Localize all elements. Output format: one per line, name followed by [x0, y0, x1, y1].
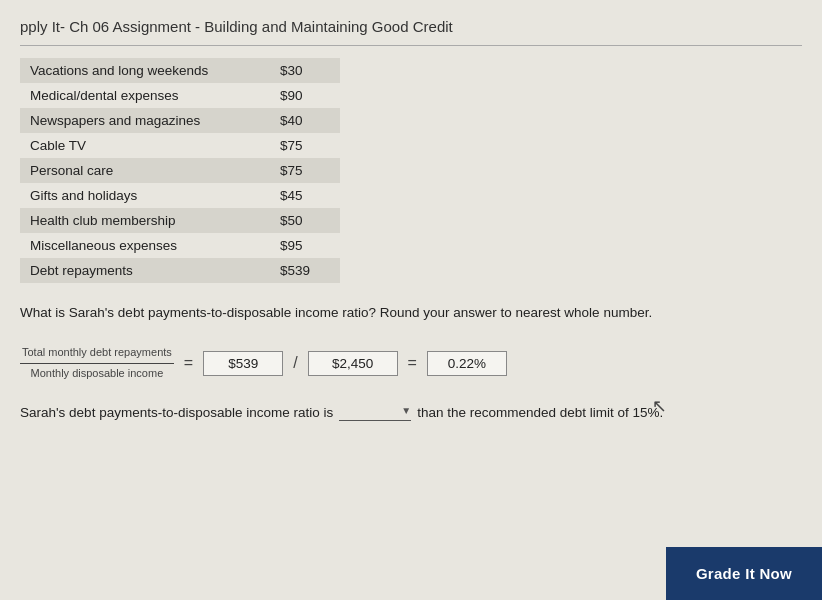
- page-container: pply It- Ch 06 Assignment - Building and…: [0, 0, 822, 600]
- equals-sign: =: [182, 354, 195, 372]
- expense-label: Newspapers and magazines: [20, 108, 260, 133]
- chevron-down-icon: ▼: [401, 405, 411, 416]
- expense-amount: $40: [260, 108, 340, 133]
- table-row: Health club membership$50: [20, 208, 340, 233]
- disposable-income-input[interactable]: [308, 351, 398, 376]
- expense-amount: $45: [260, 183, 340, 208]
- debt-repayments-input[interactable]: [203, 351, 283, 376]
- denominator-label: Monthly disposable income: [29, 364, 166, 381]
- expense-label: Debt repayments: [20, 258, 260, 283]
- comparison-dropdown[interactable]: ▼: [339, 403, 411, 421]
- expense-amount: $50: [260, 208, 340, 233]
- completion-section: Sarah's debt payments-to-disposable inco…: [20, 403, 802, 421]
- table-row: Medical/dental expenses$90: [20, 83, 340, 108]
- expense-label: Miscellaneous expenses: [20, 233, 260, 258]
- grade-it-now-button[interactable]: Grade It Now: [666, 547, 822, 600]
- slash-sign: /: [291, 354, 299, 372]
- expense-label: Health club membership: [20, 208, 260, 233]
- table-row: Cable TV$75: [20, 133, 340, 158]
- formula-section: Total monthly debt repayments Monthly di…: [20, 345, 802, 381]
- page-title: pply It- Ch 06 Assignment - Building and…: [20, 10, 802, 46]
- expense-amount: $90: [260, 83, 340, 108]
- equals-sign-2: =: [406, 354, 419, 372]
- ratio-result-input[interactable]: [427, 351, 507, 376]
- numerator-label: Total monthly debt repayments: [20, 345, 174, 363]
- expense-amount: $75: [260, 133, 340, 158]
- table-row: Newspapers and magazines$40: [20, 108, 340, 133]
- table-row: Debt repayments$539: [20, 258, 340, 283]
- completion-suffix: than the recommended debt limit of 15%.: [417, 405, 663, 420]
- expense-amount: $95: [260, 233, 340, 258]
- expense-table: Vacations and long weekends$30Medical/de…: [20, 58, 340, 283]
- expense-amount: $30: [260, 58, 340, 83]
- expense-label: Vacations and long weekends: [20, 58, 260, 83]
- table-row: Vacations and long weekends$30: [20, 58, 340, 83]
- table-row: Gifts and holidays$45: [20, 183, 340, 208]
- cursor-icon: ↗: [652, 395, 667, 417]
- expense-amount: $75: [260, 158, 340, 183]
- table-row: Personal care$75: [20, 158, 340, 183]
- expense-label: Medical/dental expenses: [20, 83, 260, 108]
- expense-label: Personal care: [20, 158, 260, 183]
- expense-label: Cable TV: [20, 133, 260, 158]
- completion-prefix: Sarah's debt payments-to-disposable inco…: [20, 405, 333, 420]
- expense-amount: $539: [260, 258, 340, 283]
- expense-label: Gifts and holidays: [20, 183, 260, 208]
- fraction-label: Total monthly debt repayments Monthly di…: [20, 345, 174, 381]
- question-text: What is Sarah's debt payments-to-disposa…: [20, 303, 802, 323]
- dropdown-value: [339, 403, 399, 418]
- table-row: Miscellaneous expenses$95: [20, 233, 340, 258]
